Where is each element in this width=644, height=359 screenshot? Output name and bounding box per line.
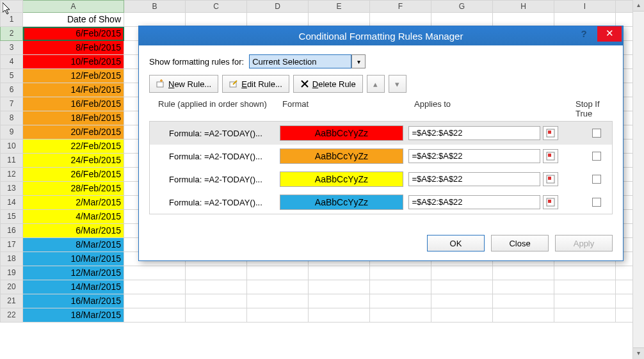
cell[interactable]: 6/Feb/2015 — [23, 27, 124, 41]
cell[interactable] — [370, 280, 431, 294]
row-header[interactable]: 8 — [0, 111, 23, 125]
cell[interactable]: 2/Mar/2015 — [23, 196, 124, 210]
stop-if-true-checkbox[interactable] — [592, 129, 601, 138]
cell[interactable] — [493, 280, 554, 294]
cell[interactable] — [493, 13, 554, 27]
range-selector-button[interactable] — [543, 172, 558, 186]
close-button[interactable]: ✕ — [597, 26, 622, 42]
row-header[interactable]: 7 — [0, 97, 23, 111]
cell[interactable] — [186, 280, 247, 294]
rule-row[interactable]: Formula: =A2-TODAY()...AaBbCcYyZz=$A$2:$… — [150, 168, 612, 191]
stop-if-true-checkbox[interactable] — [592, 152, 601, 161]
column-header-G[interactable]: G — [431, 0, 493, 13]
stop-if-true-checkbox[interactable] — [592, 198, 601, 207]
cell[interactable] — [370, 294, 431, 308]
cell[interactable] — [124, 266, 186, 280]
delete-rule-button[interactable]: Delete Rule — [293, 75, 363, 93]
range-selector-button[interactable] — [543, 126, 558, 140]
row-header[interactable]: 17 — [0, 238, 23, 252]
column-header-D[interactable]: D — [247, 0, 309, 13]
cell[interactable]: 20/Feb/2015 — [23, 125, 124, 140]
cell[interactable] — [431, 294, 493, 308]
cell[interactable]: 12/Mar/2015 — [23, 266, 124, 280]
column-header-C[interactable]: C — [186, 0, 247, 13]
cell[interactable] — [124, 294, 186, 308]
cell[interactable] — [186, 266, 247, 280]
cell[interactable] — [247, 266, 309, 280]
scroll-up-icon[interactable]: ▴ — [633, 0, 644, 12]
range-selector-button[interactable] — [543, 195, 558, 209]
cell[interactable]: 24/Feb/2015 — [23, 154, 124, 168]
apply-button[interactable]: Apply — [555, 235, 613, 251]
row-header[interactable]: 16 — [0, 224, 23, 238]
cell[interactable]: 14/Mar/2015 — [23, 280, 124, 294]
new-rule-button[interactable]: New Rule... — [149, 75, 218, 93]
cell[interactable]: 10/Mar/2015 — [23, 252, 124, 266]
cell[interactable] — [247, 294, 309, 308]
cell[interactable] — [370, 266, 431, 280]
cell[interactable] — [431, 13, 493, 27]
cell[interactable]: 12/Feb/2015 — [23, 69, 124, 83]
cell[interactable] — [493, 308, 554, 323]
cell[interactable] — [554, 280, 616, 294]
row-header[interactable]: 6 — [0, 83, 23, 97]
cell[interactable]: 18/Feb/2015 — [23, 111, 124, 125]
dialog-titlebar[interactable]: Conditional Formatting Rules Manager ? ✕ — [139, 26, 623, 45]
cell[interactable] — [554, 308, 616, 323]
ok-button[interactable]: OK — [427, 235, 485, 251]
column-header-B[interactable]: B — [124, 0, 186, 13]
cell[interactable]: 16/Feb/2015 — [23, 97, 124, 111]
column-header-F[interactable]: F — [370, 0, 431, 13]
column-header-E[interactable]: E — [309, 0, 370, 13]
row-header[interactable]: 11 — [0, 154, 23, 168]
rule-row[interactable]: Formula: =A2-TODAY()...AaBbCcYyZz=$A$2:$… — [150, 191, 612, 214]
rule-row[interactable]: Formula: =A2-TODAY()...AaBbCcYyZz=$A$2:$… — [150, 122, 612, 145]
cell[interactable] — [554, 13, 616, 27]
stop-if-true-checkbox[interactable] — [592, 175, 601, 184]
filter-dropdown-button[interactable]: ▾ — [351, 54, 366, 68]
cell[interactable] — [247, 13, 309, 27]
cell[interactable]: 10/Feb/2015 — [23, 55, 124, 69]
scroll-down-icon[interactable]: ▾ — [633, 347, 644, 359]
cell[interactable] — [309, 280, 370, 294]
cell[interactable] — [493, 294, 554, 308]
cell[interactable] — [247, 280, 309, 294]
range-selector-button[interactable] — [543, 149, 558, 163]
cell[interactable] — [186, 13, 247, 27]
row-header[interactable]: 9 — [0, 125, 23, 140]
row-header[interactable]: 10 — [0, 140, 23, 154]
cell[interactable] — [493, 266, 554, 280]
row-header[interactable]: 21 — [0, 294, 23, 308]
cell[interactable]: 18/Mar/2015 — [23, 308, 124, 323]
row-header[interactable]: 12 — [0, 168, 23, 182]
cell[interactable]: 22/Feb/2015 — [23, 140, 124, 154]
row-header[interactable]: 5 — [0, 69, 23, 83]
rule-applies-input[interactable]: =$A$2:$A$22 — [408, 172, 540, 186]
cell[interactable] — [370, 308, 431, 323]
close-dialog-button[interactable]: Close — [491, 235, 549, 251]
filter-input[interactable] — [249, 54, 351, 68]
cell[interactable]: 8/Feb/2015 — [23, 41, 124, 55]
cell[interactable] — [554, 294, 616, 308]
cell[interactable] — [431, 308, 493, 323]
rule-applies-input[interactable]: =$A$2:$A$22 — [408, 149, 540, 163]
cell[interactable] — [124, 308, 186, 323]
vertical-scrollbar[interactable]: ▴ ▾ — [632, 0, 644, 359]
cell[interactable]: Date of Show — [23, 13, 124, 27]
row-header[interactable]: 18 — [0, 252, 23, 266]
row-header[interactable]: 22 — [0, 308, 23, 323]
cell[interactable] — [247, 308, 309, 323]
cell[interactable] — [186, 294, 247, 308]
cell[interactable] — [309, 13, 370, 27]
move-up-button[interactable]: ▴ — [367, 75, 385, 93]
rule-row[interactable]: Formula: =A2-TODAY()...AaBbCcYyZz=$A$2:$… — [150, 145, 612, 168]
cell[interactable] — [186, 308, 247, 323]
cell[interactable] — [309, 266, 370, 280]
cell[interactable] — [431, 280, 493, 294]
cell[interactable] — [554, 266, 616, 280]
row-header[interactable]: 20 — [0, 280, 23, 294]
cell[interactable]: 8/Mar/2015 — [23, 238, 124, 252]
rule-applies-input[interactable]: =$A$2:$A$22 — [408, 126, 540, 140]
column-header-A[interactable]: A — [23, 0, 124, 13]
cell[interactable]: 16/Mar/2015 — [23, 294, 124, 308]
